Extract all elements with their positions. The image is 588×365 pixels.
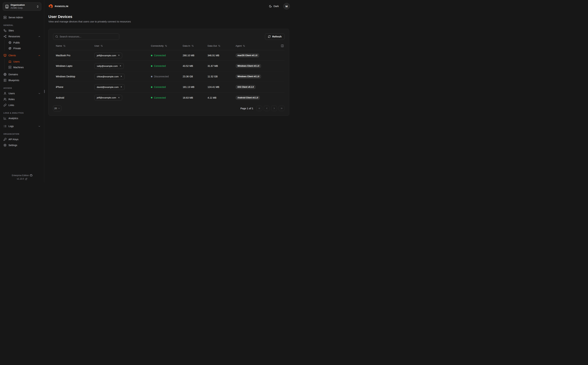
gear-icon <box>3 144 7 147</box>
status-dot-icon <box>151 86 152 88</box>
agent-badge: iOS Client v0.1.0 <box>236 85 256 89</box>
sidebar-item-label: Sites <box>8 29 14 32</box>
sidebar-item-label: API Keys <box>8 138 19 141</box>
search-box <box>53 33 119 40</box>
user-link-button[interactable]: jeff@example.com <box>94 95 122 100</box>
logs-icon <box>3 125 7 128</box>
external-link-icon[interactable] <box>25 178 27 180</box>
devices-card: Refresh Name User Connectivity <box>48 29 289 116</box>
page-size-select[interactable]: 20 <box>53 105 61 111</box>
sidebar-item-label: Users <box>8 92 36 95</box>
sidebar-item-label: Machines <box>13 66 24 69</box>
sidebar-item-label: Public <box>13 41 20 44</box>
user-link-button[interactable]: chloe@example.com <box>94 74 125 79</box>
column-header-connectivity[interactable]: Connectivity <box>148 45 180 47</box>
sidebar-item-resources[interactable]: Resources <box>2 34 42 39</box>
sidebar-scrollbar-thumb[interactable] <box>44 90 45 93</box>
sidebar-item-label: Users <box>13 60 20 63</box>
data-in-cell: 18.63 MB <box>180 96 205 99</box>
first-page-button[interactable] <box>256 106 262 111</box>
sidebar-item-api-keys[interactable]: API Keys <box>2 136 42 142</box>
chevron-down-icon <box>58 107 60 109</box>
last-page-button[interactable] <box>279 106 285 111</box>
sidebar-item-label: Resources <box>8 35 36 38</box>
search-input[interactable] <box>60 35 117 38</box>
theme-toggle[interactable]: Dark <box>269 5 279 8</box>
sort-icon <box>100 45 103 47</box>
globe-icon <box>8 41 11 44</box>
sidebar-item-sites[interactable]: Sites <box>2 28 42 34</box>
chevrons-right-icon <box>280 107 283 110</box>
sidebar-item-client-users[interactable]: Users <box>7 59 42 64</box>
refresh-button[interactable]: Refresh <box>265 33 285 40</box>
sidebar-item-analytics[interactable]: Analytics <box>2 115 42 121</box>
prev-page-button[interactable] <box>264 106 270 111</box>
sidebar-item-label: Analytics <box>8 117 18 120</box>
sidebar-item-blueprints[interactable]: Blueprints <box>2 77 42 83</box>
columns-icon <box>281 44 284 47</box>
sidebar-item-domains[interactable]: Domains <box>2 71 42 77</box>
user-link-button[interactable]: jeff@example.com <box>94 53 122 58</box>
section-access: ACCESS <box>2 87 42 89</box>
avatar[interactable]: M <box>283 3 290 9</box>
status-badge: Connected <box>151 54 166 57</box>
building-icon <box>5 5 9 8</box>
sidebar-item-server-admin[interactable]: Server Admin <box>2 14 42 20</box>
pagination-controls <box>256 106 285 111</box>
agent-badge: macOS Client v0.1.0 <box>236 53 259 57</box>
page-subtitle: View and manage devices that users use t… <box>48 20 290 23</box>
user-link-button[interactable]: sally@example.com <box>94 63 124 69</box>
brand-logo[interactable]: PANGOLIN <box>48 4 68 9</box>
table-row: Windows Lapto sally@example.com Connecte… <box>53 61 285 71</box>
sidebar-item-label: Links <box>8 104 14 106</box>
chevron-down-icon <box>38 92 41 95</box>
topbar: PANGOLIN Dark M <box>48 0 290 12</box>
pangolin-logo-icon <box>48 4 53 9</box>
arrow-up-right-icon <box>119 65 121 67</box>
sidebar-item-private[interactable]: Private <box>7 45 42 51</box>
table-row: Windows Desktop chloe@example.com Discon… <box>53 71 285 82</box>
sidebar-item-machines[interactable]: Machines <box>7 64 42 70</box>
sidebar-item-settings[interactable]: Settings <box>2 142 42 148</box>
link-icon <box>3 104 7 107</box>
github-icon[interactable] <box>30 174 32 177</box>
share-nodes-icon <box>3 35 7 38</box>
next-page-button[interactable] <box>271 106 277 111</box>
workflow-icon <box>3 29 7 32</box>
data-out-cell: 11.52 GB <box>205 75 233 78</box>
column-header-agent[interactable]: Agent <box>233 45 278 47</box>
column-header-data-out[interactable]: Data Out <box>205 45 233 47</box>
status-badge: Connected <box>151 64 166 67</box>
user-link-button[interactable]: david@example.com <box>94 84 125 90</box>
sidebar-item-users[interactable]: Users <box>2 91 42 96</box>
sidebar-item-public[interactable]: Public <box>7 40 42 45</box>
data-out-cell: 4.11 MB <box>205 96 233 99</box>
page-title: User Devices <box>48 14 290 19</box>
data-in-cell: 43.52 MB <box>180 64 205 67</box>
sidebar-item-clients[interactable]: Clients <box>2 52 42 58</box>
user-email: chloe@example.com <box>97 75 119 78</box>
table-body: MacBook Pro jeff@example.com Connected 2… <box>53 50 285 103</box>
column-header-user[interactable]: User <box>92 45 148 47</box>
status-dot-icon <box>151 97 152 98</box>
main-area: PANGOLIN Dark M User Devices View and ma… <box>44 0 294 182</box>
column-header-name[interactable]: Name <box>53 45 92 47</box>
arrow-up-right-icon <box>118 54 120 56</box>
sidebar-item-label: Server Admin <box>8 16 23 19</box>
org-selector[interactable]: Organization ACME Corp. <box>3 2 41 11</box>
section-organization: ORGANIZATION <box>2 133 42 135</box>
devices-table: Name User Connectivity Data In <box>53 42 285 103</box>
data-out-cell: 31.67 MB <box>205 64 233 67</box>
sidebar-item-logs[interactable]: Logs <box>2 123 42 129</box>
sort-icon <box>218 45 220 47</box>
columns-toggle-button[interactable] <box>278 44 285 47</box>
page-size-value: 20 <box>54 107 57 110</box>
data-out-cell: 124.41 MB <box>205 86 233 88</box>
resources-sublist: Public Private <box>5 40 42 51</box>
column-header-data-in[interactable]: Data In <box>180 45 205 47</box>
version-label[interactable]: v1.13.0 <box>17 178 24 180</box>
sidebar-item-links[interactable]: Links <box>2 102 42 108</box>
sidebar-item-roles[interactable]: Roles <box>2 96 42 102</box>
chevron-down-icon <box>38 125 41 128</box>
card-footer: 20 Page 1 of 1 <box>49 103 289 115</box>
